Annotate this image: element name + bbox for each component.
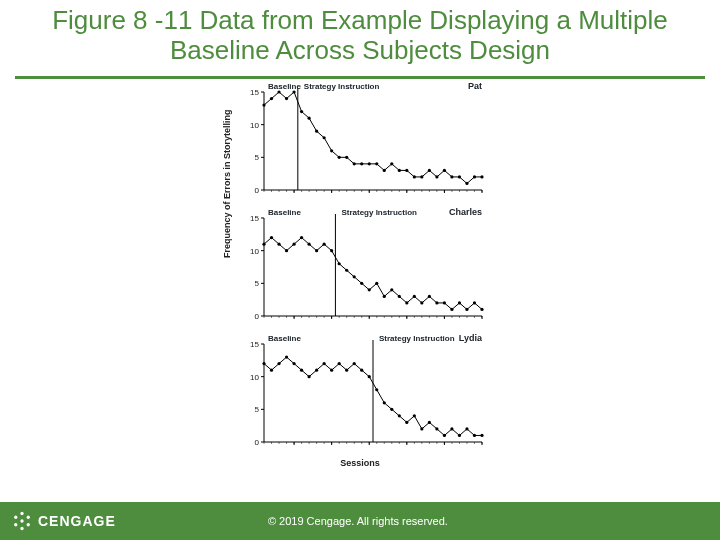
svg-point-54 (292, 90, 295, 93)
svg-point-233 (435, 427, 438, 430)
svg-point-51 (270, 97, 273, 100)
brand-logo: CENGAGE (0, 511, 116, 531)
svg-point-52 (277, 90, 280, 93)
svg-point-239 (480, 434, 483, 437)
svg-text:10: 10 (250, 121, 259, 130)
svg-point-155 (450, 308, 453, 311)
svg-text:Strategy Instruction: Strategy Instruction (379, 334, 455, 343)
svg-point-158 (473, 301, 476, 304)
svg-point-242 (27, 523, 30, 526)
chart-panel: 051015BaselineStrategy InstructionLydia (230, 330, 490, 456)
svg-point-220 (338, 362, 341, 365)
svg-text:15: 15 (250, 340, 259, 349)
svg-point-147 (390, 288, 393, 291)
svg-point-141 (345, 269, 348, 272)
svg-point-213 (285, 355, 288, 358)
svg-point-230 (413, 414, 416, 417)
svg-text:Lydia: Lydia (459, 333, 483, 343)
svg-point-243 (20, 527, 23, 530)
svg-point-153 (435, 301, 438, 304)
svg-text:15: 15 (250, 88, 259, 97)
svg-point-135 (300, 236, 303, 239)
svg-text:10: 10 (250, 247, 259, 256)
svg-text:10: 10 (250, 373, 259, 382)
svg-text:0: 0 (255, 438, 260, 447)
svg-point-246 (20, 519, 23, 522)
svg-point-136 (308, 243, 311, 246)
svg-point-139 (330, 249, 333, 252)
svg-text:0: 0 (255, 186, 260, 195)
chart-panel: 051015BaselineStrategy InstructionPat (230, 78, 490, 204)
svg-point-67 (390, 162, 393, 165)
svg-point-57 (315, 130, 318, 133)
svg-point-66 (383, 169, 386, 172)
svg-point-138 (323, 243, 326, 246)
svg-point-223 (360, 369, 363, 372)
svg-point-134 (292, 243, 295, 246)
x-axis-label: Sessions (230, 458, 490, 468)
svg-point-221 (345, 369, 348, 372)
svg-text:5: 5 (255, 279, 260, 288)
svg-point-58 (323, 136, 326, 139)
svg-text:Pat: Pat (468, 81, 482, 91)
svg-point-63 (360, 162, 363, 165)
svg-point-240 (20, 512, 23, 515)
svg-point-218 (323, 362, 326, 365)
svg-point-229 (405, 421, 408, 424)
svg-point-211 (270, 369, 273, 372)
svg-text:Baseline: Baseline (268, 208, 301, 217)
svg-point-224 (368, 375, 371, 378)
cengage-asterisk-icon (12, 511, 32, 531)
svg-point-146 (383, 295, 386, 298)
svg-text:5: 5 (255, 405, 260, 414)
svg-point-215 (300, 369, 303, 372)
svg-point-210 (262, 362, 265, 365)
svg-point-226 (383, 401, 386, 404)
svg-point-212 (277, 362, 280, 365)
svg-point-60 (338, 156, 341, 159)
svg-point-79 (480, 175, 483, 178)
svg-point-222 (353, 362, 356, 365)
svg-point-78 (473, 175, 476, 178)
svg-point-50 (262, 103, 265, 106)
svg-point-228 (398, 414, 401, 417)
svg-text:Strategy Instruction: Strategy Instruction (304, 82, 380, 91)
svg-point-145 (375, 282, 378, 285)
svg-text:Strategy Instruction: Strategy Instruction (341, 208, 417, 217)
svg-text:5: 5 (255, 153, 260, 162)
svg-point-154 (443, 301, 446, 304)
copyright-text: © 2019 Cengage. All rights reserved. (116, 515, 720, 527)
slide-title: Figure 8 -11 Data from Example Displayin… (0, 0, 720, 76)
svg-point-59 (330, 149, 333, 152)
svg-point-159 (480, 308, 483, 311)
svg-point-73 (435, 175, 438, 178)
svg-point-232 (428, 421, 431, 424)
svg-point-150 (413, 295, 416, 298)
chart-panel-charles: 051015BaselineStrategy InstructionCharle… (230, 204, 490, 330)
chart-panel-lydia: 051015BaselineStrategy InstructionLydia (230, 330, 490, 456)
svg-point-144 (368, 288, 371, 291)
svg-point-143 (360, 282, 363, 285)
svg-point-217 (315, 369, 318, 372)
svg-point-149 (405, 301, 408, 304)
svg-point-156 (458, 301, 461, 304)
svg-point-137 (315, 249, 318, 252)
chart-panel: 051015BaselineStrategy InstructionCharle… (230, 204, 490, 330)
svg-point-237 (465, 427, 468, 430)
multiple-baseline-chart: Frequency of Errors in Storytelling 0510… (230, 78, 490, 483)
chart-panel-pat: 051015BaselineStrategy InstructionPat (230, 78, 490, 204)
svg-point-74 (443, 169, 446, 172)
svg-point-157 (465, 308, 468, 311)
svg-point-133 (285, 249, 288, 252)
svg-point-225 (375, 388, 378, 391)
svg-point-234 (443, 434, 446, 437)
svg-point-61 (345, 156, 348, 159)
svg-point-53 (285, 97, 288, 100)
svg-point-216 (308, 375, 311, 378)
svg-point-65 (375, 162, 378, 165)
svg-text:0: 0 (255, 312, 260, 321)
svg-point-238 (473, 434, 476, 437)
svg-text:Baseline: Baseline (268, 334, 301, 343)
brand-name: CENGAGE (38, 513, 116, 529)
svg-point-132 (277, 243, 280, 246)
